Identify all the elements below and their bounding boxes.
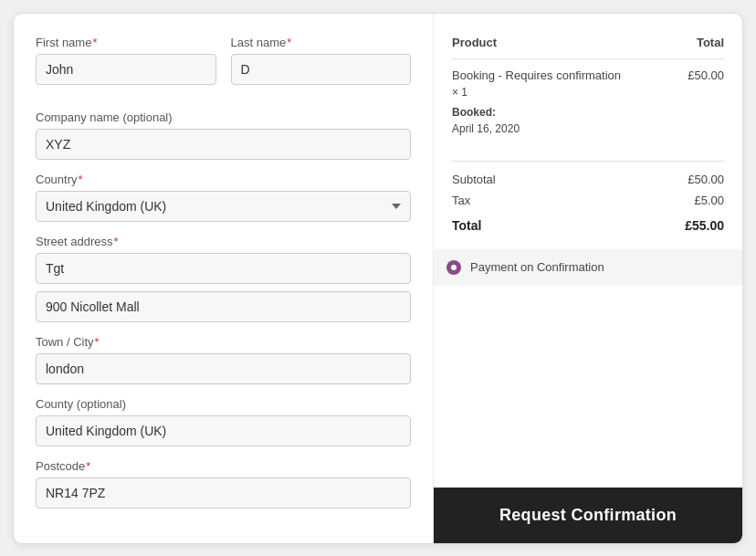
street-line1-input[interactable]	[36, 253, 411, 284]
country-select[interactable]: United Kingdom (UK)	[36, 191, 411, 222]
postcode-group: Postcode*	[36, 459, 411, 509]
country-label: Country*	[36, 173, 411, 186]
first-name-group: First name*	[36, 36, 216, 85]
product-qty: × 1	[452, 86, 676, 99]
first-name-label: First name*	[36, 36, 216, 49]
company-input[interactable]	[36, 129, 411, 160]
order-summary: Product Total Booking - Requires confirm…	[434, 14, 742, 543]
tax-value: £5.00	[595, 190, 724, 211]
company-group: Company name (optional)	[36, 110, 411, 160]
tax-label: Tax	[452, 190, 595, 211]
checkout-card: First name* Last name* Company name (opt…	[13, 13, 743, 544]
required-marker-4: *	[114, 235, 119, 248]
total-col-header: Total	[676, 36, 724, 59]
table-divider	[452, 161, 724, 162]
city-input[interactable]	[36, 353, 411, 384]
street-group: Street address*	[36, 235, 411, 322]
name-row: First name* Last name*	[36, 36, 411, 98]
billing-form: First name* Last name* Company name (opt…	[14, 14, 434, 543]
country-group: Country* United Kingdom (UK)	[36, 173, 411, 222]
subtotal-label: Subtotal	[452, 169, 595, 190]
street-label: Street address*	[36, 235, 411, 248]
last-name-input[interactable]	[231, 54, 412, 85]
total-label: Total	[452, 211, 595, 236]
county-label: County (optional)	[36, 397, 411, 411]
total-value: £55.00	[595, 211, 724, 236]
product-col-header: Product	[452, 36, 676, 59]
county-group: County (optional)	[36, 397, 411, 446]
booked-date: April 16, 2020	[452, 122, 676, 135]
postcode-label: Postcode*	[36, 459, 411, 473]
last-name-label: Last name*	[231, 36, 412, 49]
product-details: Booking - Requires confirmation × 1 Book…	[452, 58, 676, 139]
payment-on-confirmation: Payment on Confirmation	[434, 249, 742, 286]
request-confirmation-button[interactable]: Request Confirmation	[434, 488, 742, 543]
required-marker-3: *	[79, 173, 83, 186]
last-name-group: Last name*	[231, 36, 412, 85]
payment-label: Payment on Confirmation	[470, 260, 604, 274]
city-group: Town / City*	[36, 335, 411, 384]
booked-label: Booked:	[452, 106, 676, 119]
required-marker-5: *	[95, 335, 100, 349]
product-price: £50.00	[676, 58, 724, 139]
tax-row: Tax £5.00	[452, 190, 724, 211]
company-label: Company name (optional)	[36, 110, 411, 124]
city-label: Town / City*	[36, 335, 411, 349]
product-row: Booking - Requires confirmation × 1 Book…	[452, 58, 724, 139]
required-marker-6: *	[86, 459, 90, 473]
subtotal-value: £50.00	[595, 169, 724, 190]
required-marker: *	[92, 36, 97, 49]
radio-selected-icon	[446, 260, 461, 275]
first-name-input[interactable]	[36, 54, 216, 85]
county-input[interactable]	[36, 415, 411, 446]
required-marker-2: *	[287, 36, 291, 49]
subtotals-table: Subtotal £50.00 Tax £5.00 Total £55.00	[452, 169, 724, 236]
order-table: Product Total Booking - Requires confirm…	[452, 36, 724, 139]
street-line2-input[interactable]	[36, 291, 411, 322]
postcode-input[interactable]	[36, 477, 411, 509]
product-name: Booking - Requires confirmation	[452, 68, 676, 82]
total-row: Total £55.00	[452, 211, 724, 236]
subtotal-row: Subtotal £50.00	[452, 169, 724, 190]
